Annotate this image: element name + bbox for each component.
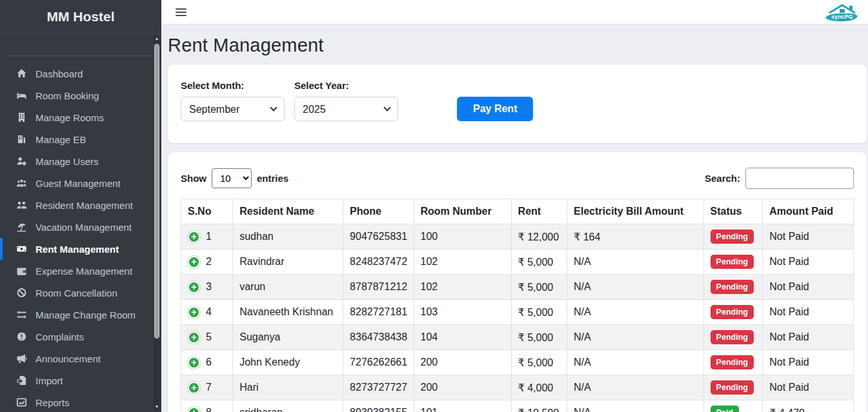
show-label: Show	[181, 173, 207, 184]
resident-name-cell: Hari	[233, 375, 343, 400]
sidebar-item-rent-management[interactable]: Rent Management	[0, 238, 161, 260]
status-badge[interactable]: Pending	[711, 280, 754, 294]
amount-paid-cell: Not Paid	[763, 325, 854, 350]
meter-building-icon	[15, 134, 28, 144]
bullhorn-icon	[15, 353, 28, 364]
sidebar-item-expense-management[interactable]: Expense Management	[0, 260, 161, 282]
status-badge[interactable]: Pending	[711, 230, 754, 244]
home-icon	[15, 68, 28, 79]
expand-row-plus-icon[interactable]: +	[188, 331, 200, 344]
sno-cell: +6	[181, 350, 233, 375]
sidebar-item-label: Reports	[35, 397, 70, 408]
room-number-cell: 102	[414, 250, 511, 275]
amount-paid-cell: Not Paid	[763, 275, 854, 300]
sidebar-item-manage-change-room[interactable]: Manage Change Room	[0, 304, 161, 326]
status-cell: Pending	[703, 350, 763, 375]
expand-row-plus-icon[interactable]: +	[188, 256, 200, 268]
status-cell: Pending	[703, 325, 763, 350]
sidebar-scrollbar[interactable]: ▲ ▼	[154, 35, 160, 410]
amount-paid-cell: Not Paid	[763, 250, 854, 275]
month-select[interactable]: September	[181, 97, 285, 121]
scroll-up-arrow-icon[interactable]: ▲	[154, 35, 160, 42]
sidebar-item-label: Complaints	[35, 331, 84, 342]
sidebar-item-label: Guest Management	[35, 178, 121, 189]
sidebar-item-manage-rooms[interactable]: Manage Rooms	[0, 106, 161, 128]
resident-name-cell: Navaneeth Krishnan	[233, 300, 343, 325]
ban-icon	[15, 288, 28, 298]
sidebar-item-label: Manage Change Room	[35, 309, 136, 320]
brand[interactable]: MM Hostel	[0, 0, 161, 34]
scroll-down-arrow-icon[interactable]: ▼	[154, 404, 160, 410]
status-badge[interactable]: Pending	[711, 255, 754, 269]
entries-label: entries	[257, 173, 288, 184]
column-header-phone[interactable]: Phone	[343, 199, 414, 224]
eb-amount-cell: N/A	[567, 250, 704, 275]
expand-row-plus-icon[interactable]: +	[188, 306, 200, 319]
sidebar-item-label: Import	[35, 375, 63, 386]
entries-select[interactable]: 10	[212, 168, 252, 188]
sidebar-scrollbar-thumb[interactable]	[154, 44, 159, 338]
svg-text:syncPG: syncPG	[831, 14, 853, 20]
sidebar-item-label: Vacation Management	[35, 222, 132, 233]
sno-value: 7	[206, 382, 212, 393]
column-header-electricity-bill-amount[interactable]: Electricity Bill Amount	[567, 199, 704, 224]
bed-icon	[15, 90, 28, 101]
table-row: +1sudhan9047625831100₹ 12,000₹ 164Pendin…	[181, 224, 854, 250]
sidebar-item-vacation-management[interactable]: Vacation Management	[0, 216, 161, 238]
content: Rent Management Select Month: September …	[161, 25, 868, 412]
sidebar-item-manage-users[interactable]: Manage Users	[0, 150, 161, 172]
column-header-s-no[interactable]: S.No	[181, 199, 233, 224]
sidebar-item-reports[interactable]: Reports	[0, 391, 161, 412]
sidebar-item-label: Room Booking	[35, 90, 99, 101]
month-field: Select Month: September	[181, 80, 285, 121]
status-badge[interactable]: Paid	[711, 406, 739, 412]
year-select[interactable]: 2025	[294, 97, 398, 121]
users-group-icon	[15, 178, 28, 188]
pay-rent-button[interactable]: Pay Rent	[457, 97, 533, 121]
sno-cell: +8	[181, 400, 233, 412]
hamburger-menu-icon[interactable]	[176, 6, 187, 18]
sidebar-item-complaints[interactable]: Complaints	[0, 326, 161, 348]
column-header-amount-paid[interactable]: Amount Paid	[763, 199, 854, 224]
table-row: +7Hari8273727727200₹ 4,000N/APendingNot …	[181, 375, 854, 400]
sidebar-divider	[6, 55, 155, 56]
sidebar-item-manage-eb[interactable]: Manage EB	[0, 128, 161, 150]
expand-row-plus-icon[interactable]: +	[188, 382, 200, 394]
expand-row-plus-icon[interactable]: +	[188, 407, 200, 412]
resident-name-cell: Ravindrar	[233, 250, 343, 275]
rent-cell: ₹ 12,000	[511, 224, 567, 250]
column-header-status[interactable]: Status	[703, 199, 763, 224]
sidebar-item-label: Announcement	[35, 353, 101, 364]
status-badge[interactable]: Pending	[711, 330, 754, 344]
rent-cell: ₹ 5,000	[511, 275, 567, 300]
sidebar-item-import[interactable]: Import	[0, 369, 161, 391]
status-badge[interactable]: Pending	[711, 305, 754, 319]
sno-cell: +1	[181, 224, 233, 250]
beach-umbrella-icon	[15, 222, 28, 232]
sno-cell: +7	[181, 375, 233, 400]
column-header-rent[interactable]: Rent	[511, 199, 567, 224]
status-cell: Pending	[703, 300, 763, 325]
resident-name-cell: sridharan	[233, 400, 343, 412]
column-header-room-number[interactable]: Room Number	[414, 199, 511, 224]
expand-row-plus-icon[interactable]: +	[188, 281, 200, 293]
sidebar-item-guest-management[interactable]: Guest Management	[0, 172, 161, 194]
money-bill-icon	[15, 244, 28, 254]
expand-row-plus-icon[interactable]: +	[188, 231, 200, 243]
sidebar-item-dashboard[interactable]: Dashboard	[0, 63, 161, 84]
status-badge[interactable]: Pending	[711, 355, 754, 369]
table-row: +5Suganya8364738438104₹ 5,000N/APendingN…	[181, 325, 854, 350]
eb-amount-cell: N/A	[567, 400, 704, 412]
status-badge[interactable]: Pending	[711, 380, 754, 395]
sidebar-item-resident-management[interactable]: Resident Management	[0, 194, 161, 216]
search-input[interactable]	[745, 168, 854, 189]
expand-row-plus-icon[interactable]: +	[188, 357, 200, 369]
exchange-arrows-icon	[15, 309, 28, 320]
status-cell: Pending	[703, 275, 763, 300]
rent-cell: ₹ 5,000	[511, 300, 567, 325]
sidebar-item-announcement[interactable]: Announcement	[0, 348, 161, 369]
column-header-resident-name[interactable]: Resident Name	[233, 199, 343, 224]
sidebar-item-room-cancellation[interactable]: Room Cancellation	[0, 282, 161, 304]
sidebar-item-room-booking[interactable]: Room Booking	[0, 84, 161, 106]
rent-cell: ₹ 5,000	[511, 250, 567, 275]
